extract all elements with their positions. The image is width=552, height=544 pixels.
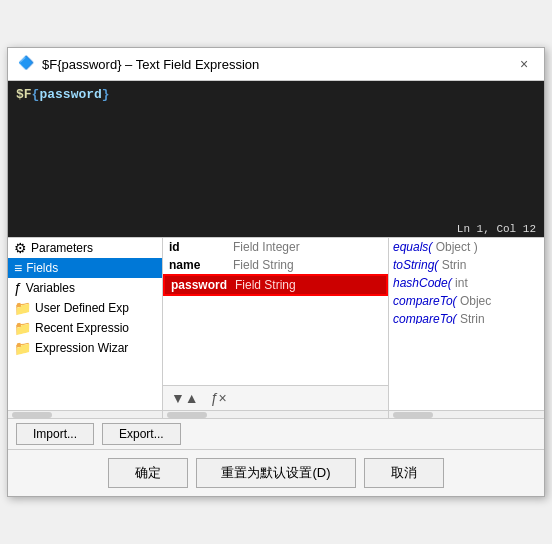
field-type-id: Field Integer (233, 240, 300, 254)
line-col-status: Ln 1, Col 12 (457, 223, 536, 235)
title-bar: 🔷 $F{password} – Text Field Expression × (8, 48, 544, 81)
export-button[interactable]: Export... (102, 423, 181, 445)
method-row-compareto1[interactable]: compareTo( Objec (389, 292, 544, 310)
tree-item-fields[interactable]: ≡ Fields (8, 258, 162, 278)
add-field-button[interactable]: ▼▲ (167, 389, 203, 407)
field-row-password[interactable]: password Field String (163, 274, 388, 296)
method-type-compareto2: Strin (457, 312, 485, 324)
tree-item-variables[interactable]: ƒ Variables (8, 278, 162, 298)
method-row-tostring[interactable]: toString( Strin (389, 256, 544, 274)
method-row-compareto2[interactable]: compareTo( Strin (389, 310, 544, 324)
wizard-icon: 📁 (14, 340, 31, 356)
middle-scrollbar[interactable] (163, 410, 388, 418)
user-defined-label: User Defined Exp (35, 301, 129, 315)
tree-item-parameters[interactable]: ⚙ Parameters (8, 238, 162, 258)
left-scroll-thumb (12, 412, 52, 418)
recent-label: Recent Expressio (35, 321, 129, 335)
recent-icon: 📁 (14, 320, 31, 336)
method-name-hashcode: hashCode( (393, 276, 452, 290)
reset-button[interactable]: 重置为默认设置(D) (196, 458, 355, 488)
right-scroll-thumb (393, 412, 433, 418)
fields-label: Fields (26, 261, 58, 275)
method-row-equals[interactable]: equals( Object ) (389, 238, 544, 256)
import-export-bar: Import... Export... (8, 418, 544, 449)
right-scrollbar[interactable] (389, 410, 544, 418)
middle-toolbar: ▼▲ ƒ× (163, 385, 388, 410)
method-name-equals: equals( (393, 240, 432, 254)
method-type-tostring: Strin (438, 258, 466, 272)
method-type-hashcode: int (452, 276, 468, 290)
middle-panel: id Field Integer name Field String passw… (163, 238, 389, 418)
import-button[interactable]: Import... (16, 423, 94, 445)
field-name-id: id (169, 240, 229, 254)
method-row-hashcode[interactable]: hashCode( int (389, 274, 544, 292)
field-type-password: Field String (235, 278, 296, 292)
dialog-title: $F{password} – Text Field Expression (42, 57, 259, 72)
editor-param: password (39, 87, 101, 102)
field-name-name: name (169, 258, 229, 272)
variables-icon: ƒ (14, 280, 22, 296)
wizard-label: Expression Wizar (35, 341, 128, 355)
method-name-tostring: toString( (393, 258, 438, 272)
dialog-icon: 🔷 (18, 55, 36, 73)
method-type-compareto1: Objec (457, 294, 492, 308)
right-panel: equals( Object ) toString( Strin hashCod… (389, 238, 544, 418)
field-row-name[interactable]: name Field String (163, 256, 388, 274)
method-name-compareto1: compareTo( (393, 294, 457, 308)
editor-area[interactable]: $F{password} (8, 81, 544, 221)
main-panel: ⚙ Parameters ≡ Fields ƒ Variables 📁 User… (8, 237, 544, 449)
editor-dollar-f: $F (16, 87, 32, 102)
close-button[interactable]: × (514, 54, 534, 74)
user-defined-icon: 📁 (14, 300, 31, 316)
tree-item-user-defined[interactable]: 📁 User Defined Exp (8, 298, 162, 318)
fields-icon: ≡ (14, 260, 22, 276)
field-type-name: Field String (233, 258, 294, 272)
field-name-password: password (171, 278, 231, 292)
tree-item-wizard[interactable]: 📁 Expression Wizar (8, 338, 162, 358)
editor-curly-close: } (102, 87, 110, 102)
field-row-id[interactable]: id Field Integer (163, 238, 388, 256)
tree-item-recent[interactable]: 📁 Recent Expressio (8, 318, 162, 338)
method-type-equals: Object ) (432, 240, 477, 254)
variables-label: Variables (26, 281, 75, 295)
footer-buttons: 确定 重置为默认设置(D) 取消 (8, 449, 544, 496)
confirm-button[interactable]: 确定 (108, 458, 188, 488)
parameters-icon: ⚙ (14, 240, 27, 256)
method-name-compareto2: compareTo( (393, 312, 457, 324)
title-bar-left: 🔷 $F{password} – Text Field Expression (18, 55, 259, 73)
dialog: 🔷 $F{password} – Text Field Expression ×… (7, 47, 545, 497)
method-list: equals( Object ) toString( Strin hashCod… (389, 238, 544, 324)
panels-row: ⚙ Parameters ≡ Fields ƒ Variables 📁 User… (8, 238, 544, 418)
remove-field-button[interactable]: ƒ× (207, 389, 231, 407)
left-panel: ⚙ Parameters ≡ Fields ƒ Variables 📁 User… (8, 238, 163, 418)
status-bar: Ln 1, Col 12 (8, 221, 544, 237)
cancel-button[interactable]: 取消 (364, 458, 444, 488)
left-scrollbar[interactable] (8, 410, 162, 418)
field-list: id Field Integer name Field String passw… (163, 238, 388, 312)
middle-scroll-thumb (167, 412, 207, 418)
parameters-label: Parameters (31, 241, 93, 255)
